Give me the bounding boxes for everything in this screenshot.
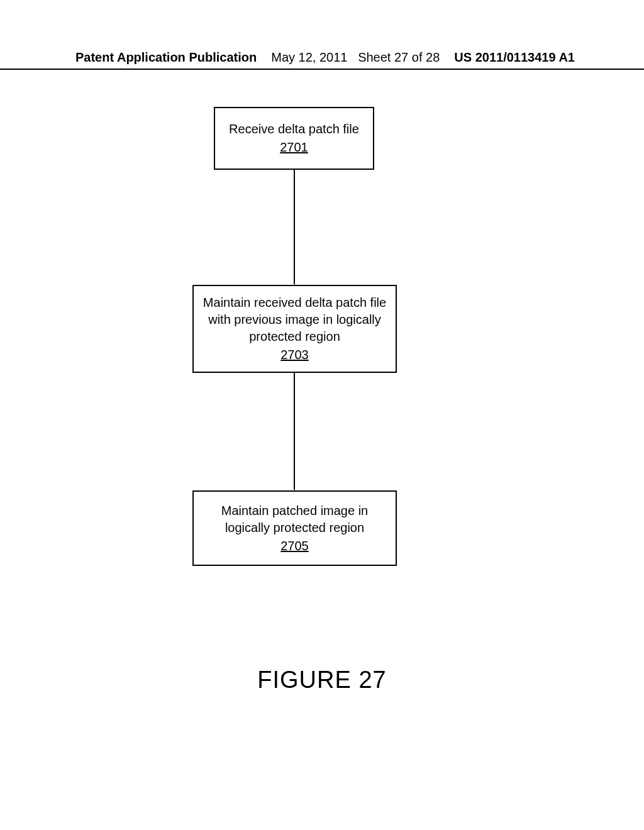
- header-center: May 12, 2011 Sheet 27 of 28: [271, 50, 440, 65]
- flow-step-1-text: Receive delta patch file: [229, 121, 359, 138]
- flow-step-1: Receive delta patch file 2701: [214, 107, 374, 170]
- arrow-2: [294, 373, 295, 490]
- flow-step-1-ref: 2701: [280, 139, 308, 156]
- svg-marker-1: [294, 275, 295, 285]
- flowchart: Receive delta patch file 2701 Maintain r…: [0, 101, 644, 729]
- flow-step-3-ref: 2705: [280, 538, 309, 555]
- figure-label: FIGURE 27: [0, 667, 644, 694]
- flow-step-2: Maintain received delta patch file with …: [192, 285, 397, 373]
- header-left: Patent Application Publication: [75, 50, 257, 65]
- header-date: May 12, 2011: [271, 50, 347, 64]
- header-right: US 2011/0113419 A1: [454, 50, 575, 65]
- svg-marker-3: [294, 481, 295, 490]
- flow-step-2-text: Maintain received delta patch file with …: [200, 294, 389, 345]
- flow-step-3-text: Maintain patched image in logically prot…: [200, 502, 389, 536]
- flow-step-2-ref: 2703: [280, 346, 309, 363]
- flow-step-3: Maintain patched image in logically prot…: [192, 490, 397, 566]
- arrow-1: [294, 170, 295, 285]
- page-header: Patent Application Publication May 12, 2…: [0, 50, 644, 70]
- page: Patent Application Publication May 12, 2…: [0, 0, 644, 830]
- header-sheet: Sheet 27 of 28: [358, 50, 440, 64]
